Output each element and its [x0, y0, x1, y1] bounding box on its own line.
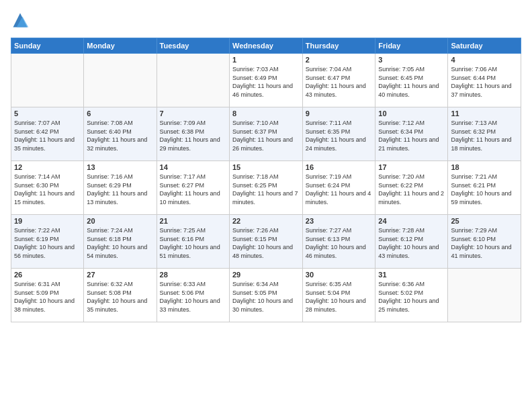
- calendar-cell: 3Sunrise: 7:05 AM Sunset: 6:45 PM Daylig…: [375, 54, 448, 107]
- day-info: Sunrise: 7:04 AM Sunset: 6:47 PM Dayligh…: [306, 65, 373, 99]
- day-number: 9: [306, 109, 373, 118]
- day-number: 19: [14, 217, 81, 225]
- day-number: 15: [232, 163, 300, 171]
- day-number: 23: [306, 217, 373, 225]
- calendar-cell: 22Sunrise: 7:26 AM Sunset: 6:15 PM Dayli…: [229, 215, 302, 269]
- day-info: Sunrise: 7:27 AM Sunset: 6:13 PM Dayligh…: [306, 226, 373, 260]
- day-number: 22: [232, 217, 300, 225]
- day-info: Sunrise: 6:35 AM Sunset: 5:04 PM Dayligh…: [306, 280, 373, 314]
- day-info: Sunrise: 6:32 AM Sunset: 5:08 PM Dayligh…: [87, 280, 153, 314]
- calendar-cell: 28Sunrise: 6:33 AM Sunset: 5:06 PM Dayli…: [157, 269, 229, 322]
- day-info: Sunrise: 7:20 AM Sunset: 6:22 PM Dayligh…: [378, 173, 445, 206]
- day-of-week-header: Friday: [375, 38, 448, 54]
- day-info: Sunrise: 6:33 AM Sunset: 5:06 PM Dayligh…: [160, 280, 226, 314]
- calendar-cell: 7Sunrise: 7:09 AM Sunset: 6:38 PM Daylig…: [157, 107, 229, 161]
- day-number: 28: [160, 271, 226, 279]
- day-number: 16: [306, 163, 373, 171]
- calendar-header-row: SundayMondayTuesdayWednesdayThursdayFrid…: [11, 38, 521, 54]
- day-info: Sunrise: 6:36 AM Sunset: 5:02 PM Dayligh…: [378, 280, 445, 314]
- calendar-cell: 25Sunrise: 7:29 AM Sunset: 6:10 PM Dayli…: [448, 215, 521, 269]
- calendar-cell: [157, 54, 229, 107]
- calendar-cell: 2Sunrise: 7:04 AM Sunset: 6:47 PM Daylig…: [302, 54, 375, 107]
- day-number: 3: [378, 56, 445, 64]
- logo: [11, 11, 32, 30]
- calendar-cell: 10Sunrise: 7:12 AM Sunset: 6:34 PM Dayli…: [375, 107, 448, 161]
- calendar-cell: 13Sunrise: 7:16 AM Sunset: 6:29 PM Dayli…: [84, 161, 157, 215]
- day-number: 11: [451, 109, 518, 118]
- calendar-cell: 21Sunrise: 7:25 AM Sunset: 6:16 PM Dayli…: [157, 215, 229, 269]
- calendar-cell: 9Sunrise: 7:11 AM Sunset: 6:35 PM Daylig…: [302, 107, 375, 161]
- day-info: Sunrise: 7:13 AM Sunset: 6:32 PM Dayligh…: [451, 119, 518, 152]
- calendar-cell: 19Sunrise: 7:22 AM Sunset: 6:19 PM Dayli…: [11, 215, 84, 269]
- day-number: 27: [87, 271, 153, 279]
- day-of-week-header: Sunday: [11, 38, 84, 54]
- day-number: 17: [378, 163, 445, 171]
- day-info: Sunrise: 7:11 AM Sunset: 6:35 PM Dayligh…: [306, 119, 373, 152]
- calendar-week-row: 12Sunrise: 7:14 AM Sunset: 6:30 PM Dayli…: [11, 161, 521, 215]
- calendar-cell: 18Sunrise: 7:21 AM Sunset: 6:21 PM Dayli…: [448, 161, 521, 215]
- calendar-cell: 4Sunrise: 7:06 AM Sunset: 6:44 PM Daylig…: [448, 54, 521, 107]
- day-number: 4: [451, 56, 518, 64]
- day-number: 14: [160, 163, 226, 171]
- day-info: Sunrise: 7:05 AM Sunset: 6:45 PM Dayligh…: [378, 65, 445, 99]
- calendar-cell: 12Sunrise: 7:14 AM Sunset: 6:30 PM Dayli…: [11, 161, 84, 215]
- day-info: Sunrise: 7:09 AM Sunset: 6:38 PM Dayligh…: [160, 119, 226, 152]
- day-number: 30: [306, 271, 373, 279]
- calendar-cell: 29Sunrise: 6:34 AM Sunset: 5:05 PM Dayli…: [229, 269, 302, 322]
- calendar-cell: 30Sunrise: 6:35 AM Sunset: 5:04 PM Dayli…: [302, 269, 375, 322]
- day-number: 20: [87, 217, 153, 225]
- day-number: 21: [160, 217, 226, 225]
- logo-icon: [11, 11, 30, 30]
- calendar-cell: 5Sunrise: 7:07 AM Sunset: 6:42 PM Daylig…: [11, 107, 84, 161]
- day-number: 10: [378, 109, 445, 118]
- day-of-week-header: Monday: [84, 38, 157, 54]
- day-number: 26: [14, 271, 81, 279]
- day-number: 24: [378, 217, 445, 225]
- calendar-cell: 31Sunrise: 6:36 AM Sunset: 5:02 PM Dayli…: [375, 269, 448, 322]
- page-header: [11, 11, 521, 30]
- calendar-cell: 17Sunrise: 7:20 AM Sunset: 6:22 PM Dayli…: [375, 161, 448, 215]
- calendar-cell: [448, 269, 521, 322]
- day-number: 18: [451, 163, 518, 171]
- calendar-week-row: 1Sunrise: 7:03 AM Sunset: 6:49 PM Daylig…: [11, 54, 521, 107]
- day-number: 5: [14, 109, 81, 118]
- day-info: Sunrise: 7:24 AM Sunset: 6:18 PM Dayligh…: [87, 226, 153, 260]
- day-info: Sunrise: 7:17 AM Sunset: 6:27 PM Dayligh…: [160, 173, 226, 206]
- calendar-cell: 14Sunrise: 7:17 AM Sunset: 6:27 PM Dayli…: [157, 161, 229, 215]
- day-number: 7: [160, 109, 226, 118]
- calendar-cell: 11Sunrise: 7:13 AM Sunset: 6:32 PM Dayli…: [448, 107, 521, 161]
- calendar-cell: 20Sunrise: 7:24 AM Sunset: 6:18 PM Dayli…: [84, 215, 157, 269]
- calendar-cell: 1Sunrise: 7:03 AM Sunset: 6:49 PM Daylig…: [229, 54, 302, 107]
- day-info: Sunrise: 6:34 AM Sunset: 5:05 PM Dayligh…: [232, 280, 300, 314]
- day-info: Sunrise: 7:18 AM Sunset: 6:25 PM Dayligh…: [232, 173, 300, 206]
- day-info: Sunrise: 7:21 AM Sunset: 6:21 PM Dayligh…: [451, 173, 518, 206]
- day-of-week-header: Thursday: [302, 38, 375, 54]
- calendar-cell: 24Sunrise: 7:28 AM Sunset: 6:12 PM Dayli…: [375, 215, 448, 269]
- day-number: 2: [306, 56, 373, 64]
- day-info: Sunrise: 7:10 AM Sunset: 6:37 PM Dayligh…: [232, 119, 300, 152]
- day-info: Sunrise: 6:31 AM Sunset: 5:09 PM Dayligh…: [14, 280, 81, 314]
- day-number: 29: [232, 271, 300, 279]
- day-info: Sunrise: 7:16 AM Sunset: 6:29 PM Dayligh…: [87, 173, 153, 206]
- day-info: Sunrise: 7:29 AM Sunset: 6:10 PM Dayligh…: [451, 226, 518, 260]
- day-of-week-header: Saturday: [448, 38, 521, 54]
- day-number: 6: [87, 109, 153, 118]
- calendar-cell: 27Sunrise: 6:32 AM Sunset: 5:08 PM Dayli…: [84, 269, 157, 322]
- calendar-cell: 6Sunrise: 7:08 AM Sunset: 6:40 PM Daylig…: [84, 107, 157, 161]
- day-info: Sunrise: 7:19 AM Sunset: 6:24 PM Dayligh…: [306, 173, 373, 206]
- day-number: 31: [378, 271, 445, 279]
- day-info: Sunrise: 7:25 AM Sunset: 6:16 PM Dayligh…: [160, 226, 226, 260]
- day-info: Sunrise: 7:03 AM Sunset: 6:49 PM Dayligh…: [232, 65, 300, 99]
- day-of-week-header: Tuesday: [157, 38, 229, 54]
- calendar-cell: 23Sunrise: 7:27 AM Sunset: 6:13 PM Dayli…: [302, 215, 375, 269]
- day-info: Sunrise: 7:22 AM Sunset: 6:19 PM Dayligh…: [14, 226, 81, 260]
- day-info: Sunrise: 7:26 AM Sunset: 6:15 PM Dayligh…: [232, 226, 300, 260]
- calendar-cell: 8Sunrise: 7:10 AM Sunset: 6:37 PM Daylig…: [229, 107, 302, 161]
- day-number: 1: [232, 56, 300, 64]
- calendar-cell: 15Sunrise: 7:18 AM Sunset: 6:25 PM Dayli…: [229, 161, 302, 215]
- day-number: 8: [232, 109, 300, 118]
- day-info: Sunrise: 7:06 AM Sunset: 6:44 PM Dayligh…: [451, 65, 518, 99]
- day-info: Sunrise: 7:08 AM Sunset: 6:40 PM Dayligh…: [87, 119, 153, 152]
- day-of-week-header: Wednesday: [229, 38, 302, 54]
- calendar-table: SundayMondayTuesdayWednesdayThursdayFrid…: [11, 38, 521, 322]
